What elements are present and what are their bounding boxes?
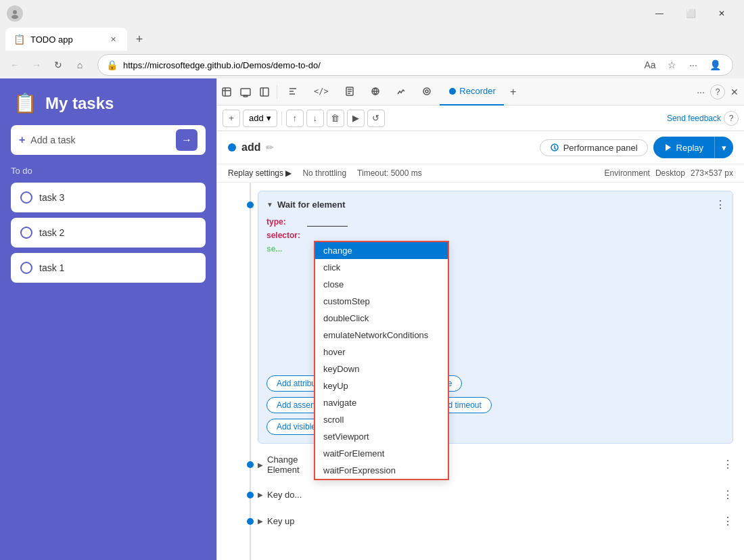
tab-todo-app[interactable]: 📋 TODO app ✕ xyxy=(5,28,127,51)
tab-title: TODO app xyxy=(30,34,73,45)
read-mode-button[interactable]: Aa xyxy=(641,55,659,74)
more-button[interactable]: ··· xyxy=(684,55,703,74)
step-collapse-arrow[interactable]: ▼ xyxy=(266,201,273,208)
tab-recorder[interactable]: Recorder xyxy=(440,78,504,106)
step-collapsed-3[interactable]: ▶ Key do... ⋮ xyxy=(217,483,744,507)
svg-rect-3 xyxy=(241,89,250,95)
recording-select[interactable]: add ▾ xyxy=(243,110,277,127)
task-checkbox-3[interactable] xyxy=(20,191,32,204)
restore-button[interactable]: ⬜ xyxy=(675,3,706,24)
tab-network[interactable] xyxy=(363,78,388,106)
profile-button[interactable]: 👤 xyxy=(705,55,724,74)
dropdown-item-scroll[interactable]: scroll xyxy=(315,411,448,428)
step-expand-arrow-4[interactable]: ▶ xyxy=(258,517,263,525)
step-menu-button[interactable]: ⋮ xyxy=(715,198,726,211)
add-task-input[interactable]: + Add a task → xyxy=(11,125,206,155)
window-controls: — ⬜ ✕ xyxy=(644,3,737,24)
delete-step-button[interactable]: 🗑 xyxy=(327,110,344,127)
add-tab-button[interactable]: + xyxy=(504,83,523,101)
sidebar-toggle[interactable] xyxy=(255,83,274,101)
dropdown-item-keyup[interactable]: keyUp xyxy=(315,377,448,394)
task-item-1[interactable]: task 1 xyxy=(11,253,206,283)
add-recording-button[interactable]: + xyxy=(223,110,240,127)
svg-point-8 xyxy=(423,88,430,95)
task-checkbox-1[interactable] xyxy=(20,262,32,274)
dropdown-item-waitforexpression[interactable]: waitForExpression xyxy=(315,462,448,479)
task-item-2[interactable]: task 2 xyxy=(11,218,206,248)
step-menu-3[interactable]: ⋮ xyxy=(722,488,733,501)
fav-button[interactable]: ☆ xyxy=(662,55,681,74)
replay-settings-label[interactable]: Replay settings ▶ xyxy=(228,168,292,178)
step-wait-for-element: ▼ Wait for element ⋮ type: selector: xyxy=(217,191,744,444)
sidebar: 📋 My tasks + Add a task → To do task 3 t… xyxy=(0,78,216,560)
reload-button[interactable]: ↻ xyxy=(49,55,68,74)
dropdown-item-doubleclick[interactable]: doubleClick xyxy=(315,310,448,327)
recorder-help-button[interactable]: ? xyxy=(724,111,739,126)
device-emulation-tool[interactable] xyxy=(236,83,255,101)
address-bar[interactable]: 🔒 https://microsoftedge.github.io/Demos/… xyxy=(97,54,733,76)
minimize-button[interactable]: — xyxy=(644,3,675,24)
tab-performance[interactable] xyxy=(388,78,414,106)
help-button[interactable]: ? xyxy=(710,85,725,99)
address-icons: Aa ☆ ··· 👤 xyxy=(641,55,724,74)
new-tab-button[interactable]: + xyxy=(130,30,149,49)
dropdown-item-change[interactable]: change xyxy=(315,242,448,259)
add-task-arrow-button[interactable]: → xyxy=(176,129,197,151)
svg-marker-12 xyxy=(666,144,671,151)
recorder-toolbar: + add ▾ ↑ ↓ 🗑 ▶ ↺ Send feedback ? xyxy=(217,106,744,131)
fields-area: type: selector: se... xyxy=(266,216,724,254)
tab-memory[interactable] xyxy=(414,78,440,106)
dropdown-item-setviewport[interactable]: setViewport xyxy=(315,428,448,445)
dropdown-item-navigate[interactable]: navigate xyxy=(315,394,448,411)
type-input[interactable] xyxy=(307,216,348,227)
dropdown-item-emulatenetwork[interactable]: emulateNetworkConditions xyxy=(315,327,448,344)
home-button[interactable]: ⌂ xyxy=(70,55,89,74)
close-button[interactable]: ✕ xyxy=(706,3,737,24)
replay-dropdown-button[interactable]: ▾ xyxy=(714,137,733,158)
step-expand-arrow-2[interactable]: ▶ xyxy=(258,461,263,469)
step-menu-4[interactable]: ⋮ xyxy=(722,515,733,528)
todo-section: To do task 3 task 2 task 1 xyxy=(0,166,216,283)
type-dropdown[interactable]: change click close customStep doubleClic… xyxy=(314,241,449,480)
tab-elements[interactable] xyxy=(280,78,306,106)
dropdown-item-keydown[interactable]: keyDown xyxy=(315,360,448,377)
forward-button[interactable]: → xyxy=(27,55,46,74)
tab-close-button[interactable]: ✕ xyxy=(107,33,119,45)
dropdown-item-click[interactable]: click xyxy=(315,259,448,276)
main-layout: 📋 My tasks + Add a task → To do task 3 t… xyxy=(0,78,744,560)
edit-icon[interactable]: ✏ xyxy=(266,142,274,153)
dropdown-item-close[interactable]: close xyxy=(315,276,448,293)
move-up-button[interactable]: ↑ xyxy=(286,110,304,127)
step-dot-2 xyxy=(247,461,254,468)
settings-right: Environment Desktop 273×537 px xyxy=(605,168,733,178)
performance-panel-button[interactable]: Performance panel xyxy=(540,139,648,156)
field-type: type: xyxy=(266,216,724,227)
tab-bar: 📋 TODO app ✕ + xyxy=(0,27,744,51)
dropdown-item-waitforelement[interactable]: waitForElement xyxy=(315,445,448,462)
replay-button[interactable]: ↺ xyxy=(367,110,385,127)
send-feedback-link[interactable]: Send feedback xyxy=(667,114,721,123)
devtools-panel: </> Recorder + ··· ? ✕ xyxy=(216,78,744,560)
tab-console[interactable]: </> xyxy=(306,78,337,106)
dropdown-item-hover[interactable]: hover xyxy=(315,344,448,360)
step-expand-arrow-3[interactable]: ▶ xyxy=(258,491,263,498)
move-down-button[interactable]: ↓ xyxy=(306,110,324,127)
svg-point-1 xyxy=(11,15,18,19)
replay-button-main[interactable]: Replay xyxy=(653,137,714,158)
type-label: type: xyxy=(266,217,307,227)
task-item-3[interactable]: task 3 xyxy=(11,183,206,212)
more-tools-button[interactable]: ··· xyxy=(691,83,710,101)
dropdown-item-customstep[interactable]: customStep xyxy=(315,293,448,310)
step-collapsed-4[interactable]: ▶ Key up ⋮ xyxy=(217,509,744,533)
step-menu-2[interactable]: ⋮ xyxy=(722,459,733,470)
step-name-4: Key up xyxy=(267,516,294,526)
step-collapsed-2[interactable]: ▶ ChangeElement ⋮ xyxy=(217,449,744,480)
step-name-2: ChangeElement xyxy=(267,454,300,475)
play-button[interactable]: ▶ xyxy=(347,110,365,127)
back-button[interactable]: ← xyxy=(5,55,24,74)
throttle-label: No throttling xyxy=(302,168,346,178)
devtools-close-button[interactable]: ✕ xyxy=(725,83,744,101)
task-checkbox-2[interactable] xyxy=(20,227,32,239)
tab-sources[interactable] xyxy=(337,78,363,106)
inspector-tool[interactable] xyxy=(217,83,236,101)
